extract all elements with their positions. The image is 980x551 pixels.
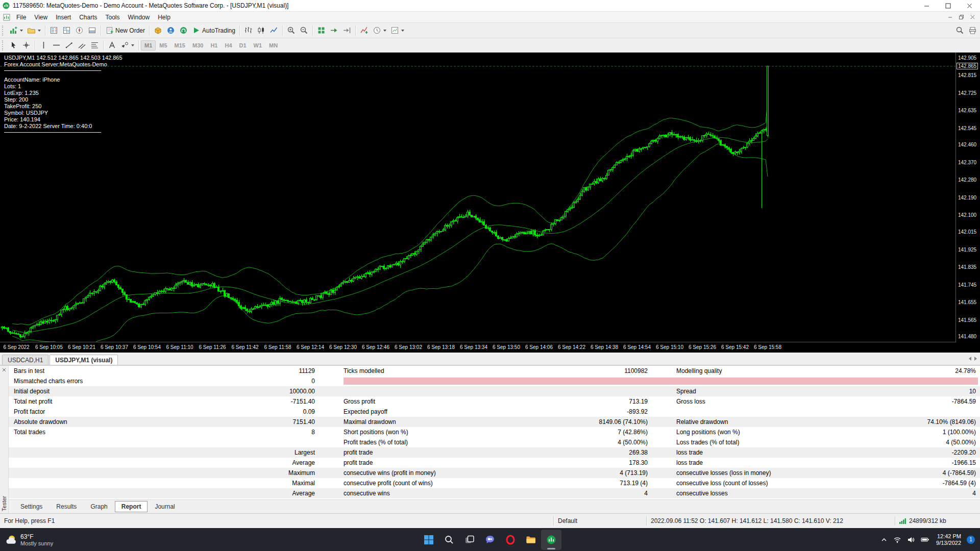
toolbar-grip[interactable] (2, 26, 5, 36)
tester-tab-results[interactable]: Results (50, 501, 83, 512)
navigator-button[interactable] (73, 24, 86, 36)
templates-button[interactable] (388, 24, 406, 36)
report-cell: 713.19 (4) (546, 478, 648, 488)
find-button[interactable] (953, 24, 966, 36)
tester-tab-graph[interactable]: Graph (84, 501, 114, 512)
profiles-button[interactable] (25, 24, 43, 36)
report-cell: Ticks modelled (344, 366, 546, 376)
metatrader-taskbar-button[interactable] (541, 530, 561, 550)
periods-button[interactable] (371, 24, 388, 36)
price-label: 142.190 (958, 195, 976, 201)
timeframe-h4-button[interactable]: H4 (221, 40, 235, 51)
wifi-tray-icon[interactable] (892, 535, 902, 544)
tester-close-icon[interactable] (1, 367, 7, 373)
community-button[interactable] (164, 24, 177, 36)
close-button[interactable] (959, 0, 980, 11)
child-close-icon[interactable] (967, 13, 978, 21)
notification-badge[interactable]: 1 (967, 536, 975, 544)
tester-tab-settings[interactable]: Settings (14, 501, 49, 512)
zoom-in-button[interactable] (285, 24, 298, 36)
vertical-line-tool[interactable] (37, 39, 50, 51)
volume-tray-icon[interactable] (906, 535, 916, 544)
candlestick-chart-button[interactable] (255, 24, 267, 36)
toolbar-grip[interactable] (2, 40, 5, 51)
candlestick-chart[interactable] (0, 53, 956, 342)
price-label: 142.280 (958, 177, 976, 183)
report-row: Bars in test11129Ticks modelled1100982Mo… (9, 366, 980, 376)
start-button[interactable] (419, 530, 439, 550)
data-window-button[interactable] (60, 24, 73, 36)
time-axis[interactable]: 6 Sep 20226 Sep 10:056 Sep 10:216 Sep 10… (0, 342, 956, 353)
trendline-tool[interactable] (63, 39, 76, 51)
report-cell: Expected payoff (344, 407, 546, 417)
timeframe-m1-button[interactable]: M1 (141, 40, 156, 51)
report-cell: Total trades (14, 427, 228, 437)
market-button[interactable] (152, 24, 164, 36)
chat-button[interactable] (480, 530, 500, 550)
timeframe-w1-button[interactable]: W1 (250, 40, 266, 51)
menu-insert[interactable]: Insert (52, 13, 75, 22)
status-connection[interactable]: 24899/312 kb (895, 517, 980, 524)
chart-shift-button[interactable] (340, 24, 353, 36)
menu-tools[interactable]: Tools (102, 13, 124, 22)
auto-scroll-button[interactable] (328, 24, 340, 36)
support-button[interactable] (177, 24, 190, 36)
hidden-icons-chevron[interactable] (879, 535, 889, 544)
autotrading-button[interactable]: AutoTrading (190, 24, 237, 36)
task-view-button[interactable] (459, 530, 480, 550)
market-watch-button[interactable] (47, 24, 60, 36)
tester-tab-report[interactable]: Report (115, 501, 148, 512)
horizontal-line-tool[interactable] (50, 39, 63, 51)
minimize-button[interactable] (916, 0, 937, 11)
file-explorer-button[interactable] (521, 530, 541, 550)
chart-area[interactable]: 142.905142.865142.815142.725142.635142.5… (0, 53, 980, 353)
weather-widget[interactable]: 63°F Mostly sunny (0, 528, 58, 551)
menu-view[interactable]: View (30, 13, 52, 22)
tester-tab-journal[interactable]: Journal (148, 501, 181, 512)
battery-tray-icon[interactable] (920, 535, 930, 544)
scroll-left-icon[interactable] (969, 357, 971, 361)
equidistant-channel-tool[interactable] (76, 39, 88, 51)
new-order-button[interactable]: New Order (103, 24, 147, 36)
timeframe-m30-button[interactable]: M30 (189, 40, 207, 51)
clock[interactable]: 12:42 PM 9/13/2022 (934, 533, 963, 546)
cursor-tool[interactable] (7, 39, 20, 51)
report-cell: Maximal drawdown (344, 417, 546, 427)
timeframe-h1-button[interactable]: H1 (207, 40, 221, 51)
new-chart-button[interactable] (7, 24, 25, 36)
price-axis[interactable]: 142.905142.865142.815142.725142.635142.5… (955, 53, 980, 342)
crosshair-tool[interactable] (20, 39, 33, 51)
opera-button[interactable] (500, 530, 521, 550)
child-restore-icon[interactable] (955, 13, 967, 21)
tile-windows-button[interactable] (315, 24, 328, 36)
menu-help[interactable]: Help (154, 13, 175, 22)
text-tool[interactable] (106, 39, 118, 51)
child-minimize-icon[interactable] (944, 13, 955, 21)
chart-tab[interactable]: USDJPY,M1 (visual) (50, 355, 118, 365)
menu-charts[interactable]: Charts (75, 13, 101, 22)
search-button[interactable] (439, 530, 459, 550)
timeframe-d1-button[interactable]: D1 (236, 40, 250, 51)
signal-bars-icon (899, 518, 906, 524)
menu-window[interactable]: Window (124, 13, 154, 22)
timeframe-mn-button[interactable]: MN (265, 40, 281, 51)
report-cell: Initial deposit (14, 386, 228, 396)
zoom-out-button[interactable] (298, 24, 310, 36)
wifi-icon (893, 536, 901, 543)
scroll-right-icon[interactable] (974, 357, 977, 361)
line-chart-button[interactable] (267, 24, 280, 36)
report-row: Profit trades (% of total)4 (50.00%)Loss… (9, 437, 980, 447)
timeframe-m15-button[interactable]: M15 (171, 40, 189, 51)
maximize-button[interactable] (937, 0, 959, 11)
bar-chart-button[interactable] (242, 24, 255, 36)
terminal-button[interactable] (86, 24, 99, 36)
indicators-button[interactable] (358, 24, 371, 36)
print-button[interactable] (966, 24, 979, 36)
timeframe-m5-button[interactable]: M5 (156, 40, 170, 51)
menu-file[interactable]: File (12, 13, 30, 22)
status-profile[interactable]: Default (554, 517, 646, 524)
chart-tab[interactable]: USDCAD,H1 (2, 355, 48, 365)
ea-comment-line: Step: 200 (4, 96, 122, 103)
fibonacci-tool[interactable] (88, 39, 101, 51)
arrow-labels-tool[interactable] (118, 39, 136, 51)
